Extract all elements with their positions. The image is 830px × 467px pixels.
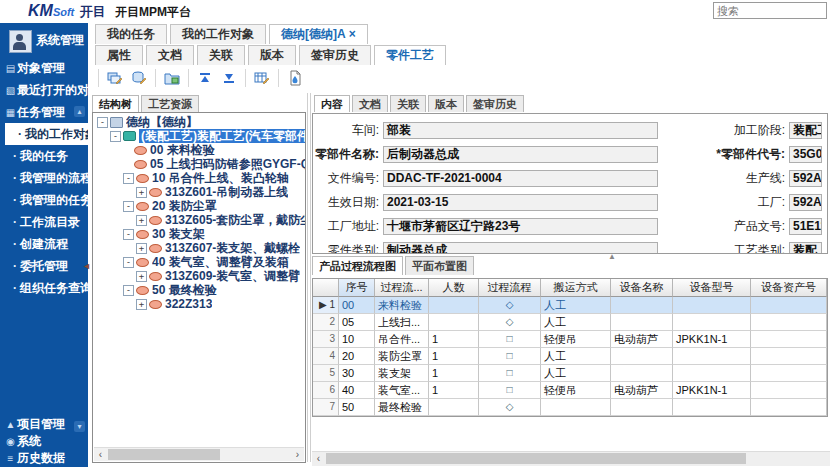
expand-box-icon[interactable]: +: [136, 215, 147, 226]
detail-tab-版本[interactable]: 版本: [428, 95, 464, 112]
table-cell-equip_model[interactable]: [673, 365, 751, 382]
collapse-top-icon[interactable]: [193, 68, 217, 88]
table-cell-people[interactable]: [429, 314, 479, 331]
table-cell-people[interactable]: [429, 399, 479, 416]
expand-box-icon[interactable]: +: [136, 299, 147, 310]
sidebar-item-委托管理[interactable]: ·委托管理: [0, 255, 88, 277]
edit-card-icon[interactable]: [103, 68, 127, 88]
table-cell-equip_model[interactable]: [673, 348, 751, 365]
expand-box-icon[interactable]: +: [136, 187, 147, 198]
sidebar-item-历史数据[interactable]: ≡历史数据: [0, 450, 88, 467]
bottom-tab-平面布置图[interactable]: 平面布置图: [405, 256, 474, 275]
tree-tab-工艺资源[interactable]: 工艺资源: [141, 95, 199, 112]
table-cell-equip_asset[interactable]: [751, 314, 827, 331]
form-input[interactable]: 十堰市茅箭区辽宁路23号: [383, 218, 658, 235]
table-header-cell[interactable]: 搬运方式: [541, 279, 611, 297]
table-cell-equip_asset[interactable]: [751, 348, 827, 365]
table-cell-people[interactable]: 1: [429, 365, 479, 382]
toggle-icon[interactable]: ▾: [74, 421, 85, 432]
row-selector-cell[interactable]: 2: [313, 314, 339, 331]
table-cell-transport[interactable]: 人工: [541, 297, 611, 314]
sidebar-item-我管理的流程[interactable]: ·我管理的流程: [0, 167, 88, 189]
table-cell-equip_asset[interactable]: [751, 297, 827, 314]
table-header-cell[interactable]: 人数: [429, 279, 479, 297]
scroll-left-icon[interactable]: ‹: [94, 448, 107, 461]
form-input[interactable]: 592A9313: [789, 170, 822, 187]
table-cell-symbol[interactable]: ◇: [479, 297, 541, 314]
scroll-thumb[interactable]: [108, 449, 220, 460]
table-cell-name[interactable]: 装气室...: [375, 382, 429, 399]
tree-node[interactable]: +313Z601-吊制动器上线: [95, 185, 305, 199]
form-input[interactable]: 51E11012104: [789, 218, 822, 235]
bottom-tab-产品过程流程图[interactable]: 产品过程流程图: [312, 256, 403, 275]
table-header-cell[interactable]: 过程流...: [375, 279, 429, 297]
table-cell-people[interactable]: 1: [429, 331, 479, 348]
table-cell-equip_name[interactable]: [611, 365, 673, 382]
form-input[interactable]: 2021-03-15: [383, 194, 658, 211]
tree-node[interactable]: -20 装防尘罩: [95, 199, 305, 213]
collapse-box-icon[interactable]: -: [123, 201, 134, 212]
avatar[interactable]: [9, 30, 32, 53]
table-cell-equip_name[interactable]: [611, 314, 673, 331]
main-tab-我的任务[interactable]: 我的任务: [95, 24, 167, 44]
table-cell-name[interactable]: 最终检验: [375, 399, 429, 416]
table-cell-seq[interactable]: 50: [339, 399, 375, 416]
table-cell-symbol[interactable]: □: [479, 331, 541, 348]
table-cell-equip_asset[interactable]: [751, 365, 827, 382]
table-cell-equip_model[interactable]: [673, 297, 751, 314]
sidebar-item-项目管理[interactable]: ▲项目管理▾: [0, 416, 88, 433]
splitter-up-icon[interactable]: ▲: [608, 252, 616, 261]
object-tab-签审历史[interactable]: 签审历史: [299, 45, 371, 65]
tree-node[interactable]: -(装配工艺)装配工艺(汽车零部件): [95, 129, 305, 143]
scroll-right-icon[interactable]: ›: [291, 448, 304, 461]
table-header-cell[interactable]: 设备资产号: [751, 279, 827, 297]
table-cell-symbol[interactable]: □: [479, 348, 541, 365]
table-cell-transport[interactable]: 人工: [541, 314, 611, 331]
table-cell-name[interactable]: 吊合件...: [375, 331, 429, 348]
row-selector-cell[interactable]: 6: [313, 382, 339, 399]
collapse-box-icon[interactable]: -: [123, 285, 134, 296]
sidebar-item-对象管理[interactable]: ▤对象管理: [0, 57, 88, 79]
table-cell-equip_model[interactable]: [673, 399, 751, 416]
object-tab-版本[interactable]: 版本: [248, 45, 296, 65]
detail-tab-关联[interactable]: 关联: [390, 95, 426, 112]
table-row[interactable]: 530装支架1□人工: [313, 365, 827, 382]
tree-tab-结构树[interactable]: 结构树: [92, 95, 139, 112]
table-cell-equip_model[interactable]: [673, 314, 751, 331]
table-row[interactable]: 640装气室...1□轻便吊电动葫芦JPKK1N-1: [313, 382, 827, 399]
row-selector-cell[interactable]: 3: [313, 331, 339, 348]
main-tab-德纳[德纳]A[interactable]: 德纳[德纳]A×: [269, 24, 368, 44]
close-icon[interactable]: ×: [349, 27, 356, 41]
table-cell-people[interactable]: 1: [429, 348, 479, 365]
table-cell-symbol[interactable]: □: [479, 382, 541, 399]
sidebar-item-任务管理[interactable]: ▦任务管理▴: [0, 101, 88, 123]
sidebar-item-组织任务查询[interactable]: ·组织任务查询: [0, 277, 88, 299]
tree-hscrollbar[interactable]: ‹ ›: [94, 447, 304, 461]
tree-node[interactable]: -40 装气室、调整臂及装箱: [95, 255, 305, 269]
detail-tab-签审历史[interactable]: 签审历史: [466, 95, 524, 112]
tree-node[interactable]: +313Z605-套防尘罩，戴防尘罩帽: [95, 213, 305, 227]
main-tab-我的工作对象[interactable]: 我的工作对象: [170, 24, 266, 44]
form-input[interactable]: 后制动器总成: [383, 146, 658, 163]
tree-node[interactable]: 00 来料检验: [95, 143, 305, 157]
edit-table-icon[interactable]: [250, 68, 274, 88]
table-cell-transport[interactable]: [541, 399, 611, 416]
table-cell-seq[interactable]: 05: [339, 314, 375, 331]
table-hscrollbar[interactable]: ‹: [312, 451, 830, 466]
table-cell-people[interactable]: [429, 297, 479, 314]
sidebar-item-我的工作对象[interactable]: ·我的工作对象: [5, 123, 88, 145]
form-input[interactable]: 35G0C4-03: [789, 146, 822, 163]
detail-tab-内容[interactable]: 内容: [314, 95, 350, 112]
scroll-thumb[interactable]: [326, 453, 746, 464]
table-cell-equip_name[interactable]: [611, 399, 673, 416]
table-header-cell[interactable]: 过程流程: [479, 279, 541, 297]
table-cell-equip_asset[interactable]: [751, 331, 827, 348]
sidebar-item-系统[interactable]: ◉系统: [0, 433, 88, 450]
collapse-box-icon[interactable]: -: [123, 257, 134, 268]
collapse-bottom-icon[interactable]: [217, 68, 241, 88]
table-cell-symbol[interactable]: ◇: [479, 399, 541, 416]
table-cell-seq[interactable]: 00: [339, 297, 375, 314]
table-cell-transport[interactable]: 人工: [541, 365, 611, 382]
table-cell-symbol[interactable]: ◇: [479, 314, 541, 331]
detail-tab-文档[interactable]: 文档: [352, 95, 388, 112]
